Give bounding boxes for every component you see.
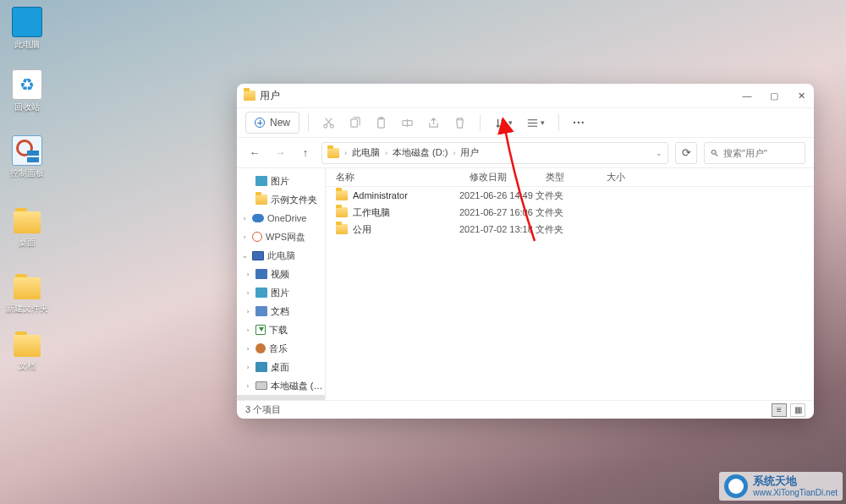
copy-button[interactable] (343, 112, 366, 134)
col-type[interactable]: 类型 (536, 171, 596, 184)
tree-item[interactable]: ›WPS网盘 (237, 227, 325, 246)
tree-item[interactable]: 图片 (237, 172, 325, 190)
expand-icon[interactable]: › (240, 233, 249, 241)
forward-button[interactable]: → (271, 146, 289, 159)
expand-icon[interactable]: › (244, 382, 252, 390)
col-size[interactable]: 大小 (596, 171, 647, 184)
up-button[interactable]: ↑ (296, 146, 315, 159)
crumb-drive[interactable]: 本地磁盘 (D:) (393, 146, 448, 159)
expand-icon[interactable]: › (244, 271, 252, 278)
expand-icon[interactable]: › (244, 364, 252, 371)
tree-item[interactable]: ›本地磁盘 (C:) (237, 376, 325, 395)
watermark-logo-icon (724, 474, 748, 498)
tree-item[interactable]: ›下载 (237, 320, 325, 339)
vid-icon (255, 269, 267, 279)
breadcrumb[interactable]: › 此电脑 › 本地磁盘 (D:) › 用户 ⌄ (321, 142, 668, 164)
desktop-icon-widget[interactable]: 控制面板 (3, 135, 51, 179)
folder-icon (336, 224, 348, 234)
more-icon: ··· (573, 117, 585, 129)
minimize-button[interactable]: — (741, 90, 753, 101)
titlebar[interactable]: 用户 — ▢ ✕ (237, 84, 814, 107)
dl-icon (255, 325, 266, 335)
folder-icon (244, 90, 255, 101)
plus-icon (255, 118, 265, 128)
tree-item[interactable]: ›OneDrive (237, 209, 325, 227)
paste-button[interactable] (370, 112, 393, 134)
file-row[interactable]: 公用2021-07-02 13:18文件夹 (326, 221, 814, 238)
delete-button[interactable] (448, 112, 471, 134)
view-details-button[interactable]: ≡ (772, 403, 787, 417)
toolbar: New ▾ ▾ ··· (237, 107, 814, 138)
share-button[interactable] (422, 112, 445, 134)
tree-item[interactable]: ›桌面 (237, 358, 325, 376)
tree-item[interactable]: ›图片 (237, 283, 325, 302)
expand-icon[interactable]: ⌄ (240, 252, 249, 260)
svg-rect-3 (378, 118, 385, 127)
nav-tree[interactable]: 图片示例文件夹›OneDrive›WPS网盘⌄此电脑›视频›图片›文档›下载›音… (237, 168, 326, 400)
expand-icon[interactable]: › (240, 215, 249, 222)
more-button[interactable]: ··· (568, 112, 591, 134)
close-button[interactable]: ✕ (795, 90, 807, 101)
refresh-button[interactable]: ⟳ (675, 142, 697, 164)
folder-icon (12, 328, 42, 359)
monitor-icon (12, 7, 42, 37)
search-box[interactable]: 🔍︎ (704, 142, 805, 164)
tree-item[interactable]: 示例文件夹 (237, 190, 325, 209)
pic-icon (255, 176, 267, 186)
folder-icon (336, 190, 348, 200)
folder-icon (336, 207, 348, 217)
fold-icon (255, 194, 267, 205)
file-explorer-window: 用户 — ▢ ✕ New ▾ ▾ ··· ← → ↑ › 此电脑 (237, 84, 814, 419)
status-bar: 3 个项目 ≡ ▦ (237, 400, 814, 419)
pic-icon (255, 288, 267, 298)
window-title: 用户 (260, 89, 280, 103)
bin-icon (12, 69, 42, 100)
tree-item[interactable]: ›视频 (237, 265, 325, 283)
desktop-icon-folder[interactable]: 新建文件夹 (3, 271, 51, 315)
file-list-pane: 名称 修改日期 类型 大小 Administrator2021-06-26 14… (326, 168, 814, 400)
watermark: 系统天地 www.XiTongTianDi.net (719, 472, 843, 501)
pc-icon (252, 251, 264, 260)
svg-point-1 (330, 124, 333, 128)
desk-icon (255, 362, 267, 372)
doc-icon (255, 306, 267, 316)
status-text: 3 个项目 (245, 403, 281, 416)
tree-item[interactable]: ⌄此电脑 (237, 246, 325, 265)
address-bar: ← → ↑ › 此电脑 › 本地磁盘 (D:) › 用户 ⌄ ⟳ 🔍︎ (237, 138, 814, 168)
rename-button[interactable] (396, 112, 419, 134)
folder-icon (12, 271, 42, 301)
tree-item[interactable]: ›文档 (237, 302, 325, 320)
music-icon (255, 343, 266, 353)
crumb-folder[interactable]: 用户 (460, 146, 479, 159)
col-name[interactable]: 名称 (326, 171, 459, 184)
widget-icon (12, 135, 42, 166)
desktop-icon-folder[interactable]: 桌面 (3, 205, 51, 249)
desktop-icon-monitor[interactable]: 此电脑 (3, 7, 51, 51)
tree-item[interactable]: ›音乐 (237, 339, 325, 358)
view-button[interactable]: ▾ (521, 112, 550, 134)
crumb-root[interactable]: 此电脑 (352, 146, 380, 159)
cut-button[interactable] (317, 112, 340, 134)
search-input[interactable] (723, 148, 840, 158)
col-date[interactable]: 修改日期 (459, 171, 536, 184)
column-headers[interactable]: 名称 修改日期 类型 大小 (326, 168, 814, 187)
cloud-icon (252, 214, 264, 222)
view-icons-button[interactable]: ▦ (790, 403, 805, 417)
file-rows: Administrator2021-06-26 14:49文件夹工作电脑2021… (326, 187, 814, 400)
drive-icon (255, 381, 267, 390)
file-row[interactable]: Administrator2021-06-26 14:49文件夹 (326, 187, 814, 204)
expand-icon[interactable]: › (244, 308, 252, 315)
chevron-down-icon[interactable]: ⌄ (656, 149, 662, 157)
expand-icon[interactable]: › (244, 345, 252, 353)
file-row[interactable]: 工作电脑2021-06-27 16:06文件夹 (326, 204, 814, 221)
maximize-button[interactable]: ▢ (768, 90, 780, 101)
back-button[interactable]: ← (245, 146, 264, 159)
new-button[interactable]: New (245, 112, 299, 134)
expand-icon[interactable]: › (244, 289, 252, 297)
sort-button[interactable]: ▾ (489, 112, 518, 134)
search-icon: 🔍︎ (710, 148, 719, 158)
desktop-icon-folder[interactable]: 文档 (3, 328, 51, 372)
expand-icon[interactable]: › (244, 326, 252, 334)
desktop-icon-bin[interactable]: 回收站 (3, 69, 51, 113)
folder-icon (12, 205, 42, 235)
